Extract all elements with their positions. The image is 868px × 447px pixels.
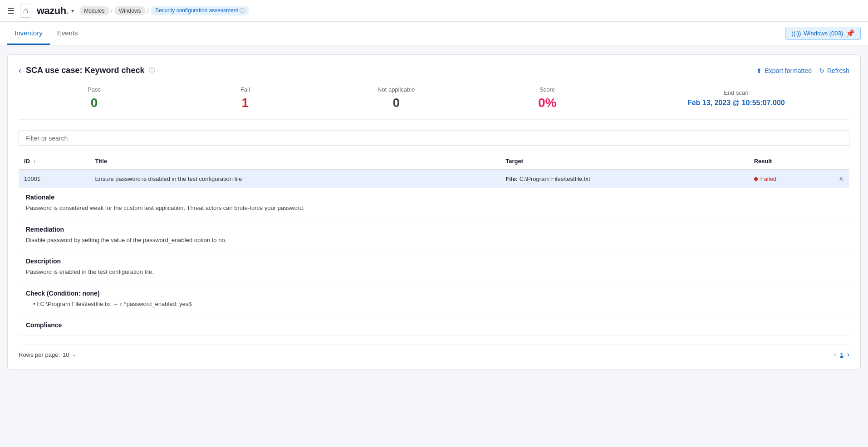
target-value: C:\Program Files\testfile.txt: [520, 175, 590, 182]
detail-rationale: Rationale Password is considered weak fo…: [19, 188, 849, 218]
col-id[interactable]: ID ↑: [19, 153, 90, 170]
stat-pass-value: 0: [19, 96, 170, 110]
stat-not-applicable-label: Not applicable: [321, 86, 472, 93]
description-text: Password is enabled in the test configur…: [26, 267, 842, 277]
check-bullet: • f:C:\Program Files\testfile.txt → r:^p…: [33, 300, 842, 309]
rows-per-page[interactable]: Rows per page: 10 ⌄: [19, 351, 77, 358]
stat-fail-value: 1: [170, 96, 321, 110]
tabs-row: Inventory Events ((·)) Windows (003) 📌: [0, 22, 868, 45]
target-label: File:: [505, 175, 518, 182]
breadcrumb-sep-1: /: [111, 8, 113, 14]
card-actions: ⬆ Export formatted ↻ Refresh: [756, 67, 849, 74]
stats-row: Pass 0 Fail 1 Not applicable 0 Score 0% …: [19, 86, 849, 120]
current-page: 1: [840, 351, 843, 358]
expand-icon[interactable]: ∧: [839, 175, 844, 183]
logo-dot: .: [66, 5, 69, 16]
stat-fail: Fail 1: [170, 86, 321, 110]
rows-per-page-value: 10: [63, 351, 69, 358]
main-card: ‹ SCA use case: Keyword check ⓘ ⬆ Export…: [7, 54, 861, 370]
detail-compliance: Compliance: [19, 316, 849, 335]
breadcrumb-sca[interactable]: Security configuration assessment ⓘ: [151, 6, 249, 15]
breadcrumb-modules[interactable]: Modules: [79, 6, 109, 15]
remediation-label: Remediation: [26, 226, 842, 233]
tab-inventory[interactable]: Inventory: [7, 22, 50, 45]
stat-fail-label: Fail: [170, 86, 321, 93]
logo-text: wazuh.: [37, 5, 69, 17]
stat-end-scan-label: End scan: [623, 89, 849, 96]
refresh-label: Refresh: [827, 67, 849, 74]
stat-end-scan: End scan Feb 13, 2023 @ 10:55:07.000: [623, 89, 849, 107]
table-container: ID ↑ Title Target Result 10001 Ensure pa…: [19, 153, 849, 335]
col-target: Target: [500, 153, 748, 170]
table-header-row: ID ↑ Title Target Result: [19, 153, 849, 170]
card-title-row: ‹ SCA use case: Keyword check ⓘ: [19, 66, 155, 75]
tab-events[interactable]: Events: [50, 22, 85, 45]
stat-pass-label: Pass: [19, 86, 170, 93]
cell-target: File: C:\Program Files\testfile.txt: [500, 170, 748, 188]
agent-badge-label: Windows (003): [804, 30, 843, 37]
export-icon: ⬆: [756, 67, 762, 74]
detail-description: Description Password is enabled in the t…: [19, 252, 849, 282]
remediation-text: Disable password by setting the value of…: [26, 236, 842, 245]
result-label: Failed: [760, 175, 776, 182]
agent-badge[interactable]: ((·)) Windows (003) 📌: [785, 27, 861, 40]
main-content: ‹ SCA use case: Keyword check ⓘ ⬆ Export…: [0, 45, 868, 379]
col-result: Result: [749, 153, 849, 170]
export-label: Export formatted: [765, 67, 812, 74]
rationale-label: Rationale: [26, 194, 842, 201]
export-button[interactable]: ⬆ Export formatted: [756, 67, 812, 74]
refresh-icon: ↻: [819, 67, 824, 74]
pagination-row: Rows per page: 10 ⌄ ‹ 1 ›: [19, 345, 849, 359]
cell-id: 10001: [19, 170, 90, 188]
card-title: SCA use case: Keyword check: [26, 66, 144, 75]
stat-not-applicable-value: 0: [321, 96, 472, 110]
detail-remediation: Remediation Disable password by setting …: [19, 220, 849, 250]
back-button[interactable]: ‹: [19, 66, 21, 75]
breadcrumb-info-icon[interactable]: ⓘ: [240, 8, 245, 13]
card-header: ‹ SCA use case: Keyword check ⓘ ⬆ Export…: [19, 66, 849, 75]
logo-chevron-icon[interactable]: ▾: [71, 8, 74, 14]
stat-score-label: Score: [472, 86, 623, 93]
filter-input[interactable]: [19, 131, 849, 146]
sort-arrow-icon: ↑: [34, 159, 36, 164]
stat-score: Score 0%: [472, 86, 623, 110]
tabs: Inventory Events: [7, 22, 85, 45]
results-table: ID ↑ Title Target Result 10001 Ensure pa…: [19, 153, 849, 335]
rationale-text: Password is considered weak for the cust…: [26, 204, 842, 213]
prev-page-button[interactable]: ‹: [834, 350, 836, 359]
pagination-nav: ‹ 1 ›: [834, 350, 849, 359]
hamburger-icon[interactable]: ☰: [7, 6, 15, 16]
card-info-icon[interactable]: ⓘ: [149, 67, 155, 75]
col-title: Title: [90, 153, 500, 170]
filter-row: [19, 131, 849, 146]
result-failed-badge: Failed: [754, 175, 776, 182]
breadcrumb: Modules / Windows / Security configurati…: [79, 6, 249, 15]
topbar: ☰ ⌂ wazuh. ▾ Modules / Windows / Securit…: [0, 0, 868, 22]
stat-end-scan-date: Feb 13, 2023 @ 10:55:07.000: [623, 99, 849, 107]
breadcrumb-sep-2: /: [147, 8, 149, 14]
detail-rationale-row: Rationale Password is considered weak fo…: [19, 188, 849, 335]
detail-check: Check (Condition: none) • f:C:\Program F…: [19, 284, 849, 314]
stat-score-value: 0%: [472, 96, 623, 110]
rows-per-page-chevron-icon: ⌄: [72, 351, 77, 358]
pin-icon[interactable]: 📌: [846, 29, 855, 38]
logo: wazuh. ▾: [37, 5, 74, 17]
table-row[interactable]: 10001 Ensure password is disabled in the…: [19, 170, 849, 188]
refresh-button[interactable]: ↻ Refresh: [819, 67, 849, 74]
description-label: Description: [26, 258, 842, 265]
cell-result: Failed ∧: [749, 170, 849, 188]
breadcrumb-windows[interactable]: Windows: [114, 6, 146, 15]
next-page-button[interactable]: ›: [847, 350, 849, 359]
rows-per-page-label: Rows per page:: [19, 351, 60, 358]
stat-not-applicable: Not applicable 0: [321, 86, 472, 110]
compliance-label: Compliance: [26, 321, 842, 329]
check-label: Check (Condition: none): [26, 290, 842, 297]
cell-title: Ensure password is disabled in the test …: [90, 170, 500, 188]
agent-signal-icon: ((·)): [791, 30, 801, 37]
home-icon[interactable]: ⌂: [20, 4, 31, 18]
stat-pass: Pass 0: [19, 86, 170, 110]
result-dot-icon: [754, 177, 758, 181]
